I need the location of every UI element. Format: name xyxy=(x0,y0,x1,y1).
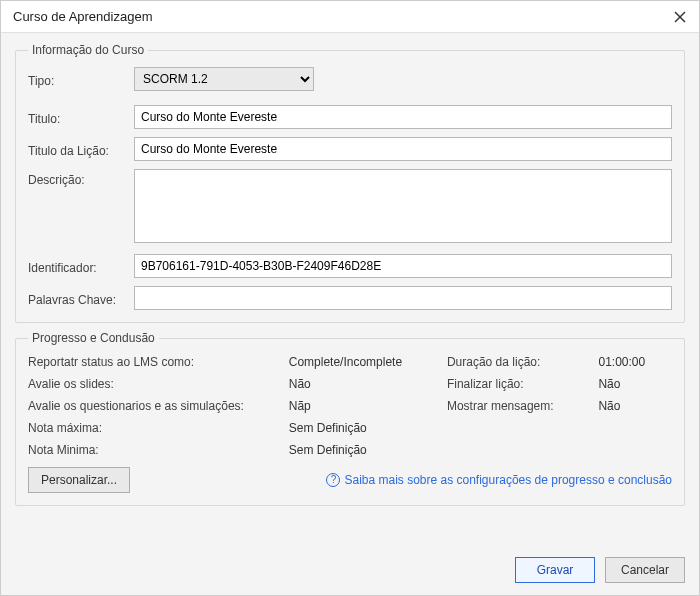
dialog: Curso de Aprendizagem Informação do Curs… xyxy=(0,0,700,596)
dialog-title: Curso de Aprendizagem xyxy=(13,9,152,24)
min-grade-value: Sem Definição xyxy=(289,443,429,457)
help-icon: ? xyxy=(326,473,340,487)
description-label: Descrição: xyxy=(28,169,128,187)
identifier-label: Identificador: xyxy=(28,257,128,275)
cancel-button[interactable]: Cancelar xyxy=(605,557,685,583)
duration-value: 01:00:00 xyxy=(598,355,672,369)
progress-grid: Reportatr status ao LMS como: Complete/I… xyxy=(28,355,672,457)
eval-slides-value: Não xyxy=(289,377,429,391)
progress-group: Progresso e Condusão Reportatr status ao… xyxy=(15,331,685,506)
type-select[interactable]: SCORM 1.2 xyxy=(134,67,314,91)
identifier-input[interactable] xyxy=(134,254,672,278)
course-info-group: Informação do Curso Tipo: SCORM 1.2 Titu… xyxy=(15,43,685,323)
show-message-label: Mostrar mensagem: xyxy=(447,399,581,413)
keywords-label: Palavras Chave: xyxy=(28,289,128,307)
title-input[interactable] xyxy=(134,105,672,129)
report-status-value: Complete/Incomplete xyxy=(289,355,429,369)
titlebar: Curso de Aprendizagem xyxy=(1,1,699,33)
eval-quiz-value: Nãp xyxy=(289,399,429,413)
eval-quiz-label: Avalie os questionarios e as simulações: xyxy=(28,399,271,413)
finish-lesson-label: Finalizar lição: xyxy=(447,377,581,391)
show-message-value: Não xyxy=(598,399,672,413)
description-textarea[interactable] xyxy=(134,169,672,243)
title-label: Titulo: xyxy=(28,108,128,126)
dialog-body: Informação do Curso Tipo: SCORM 1.2 Titu… xyxy=(1,33,699,545)
learn-more-text: Saiba mais sobre as configurações de pro… xyxy=(344,473,672,487)
close-icon[interactable] xyxy=(673,10,687,24)
min-grade-label: Nota Minima: xyxy=(28,443,271,457)
dialog-footer: Gravar Cancelar xyxy=(1,545,699,595)
progress-legend: Progresso e Condusão xyxy=(28,331,159,345)
lesson-title-input[interactable] xyxy=(134,137,672,161)
learn-more-link[interactable]: ? Saiba mais sobre as configurações de p… xyxy=(326,473,672,487)
save-button[interactable]: Gravar xyxy=(515,557,595,583)
max-grade-label: Nota máxima: xyxy=(28,421,271,435)
report-status-label: Reportatr status ao LMS como: xyxy=(28,355,271,369)
lesson-title-label: Titulo da Lição: xyxy=(28,140,128,158)
customize-button[interactable]: Personalizar... xyxy=(28,467,130,493)
finish-lesson-value: Não xyxy=(598,377,672,391)
type-label: Tipo: xyxy=(28,70,128,88)
duration-label: Duração da lição: xyxy=(447,355,581,369)
eval-slides-label: Avalie os slides: xyxy=(28,377,271,391)
course-info-legend: Informação do Curso xyxy=(28,43,148,57)
keywords-input[interactable] xyxy=(134,286,672,310)
max-grade-value: Sem Definição xyxy=(289,421,429,435)
